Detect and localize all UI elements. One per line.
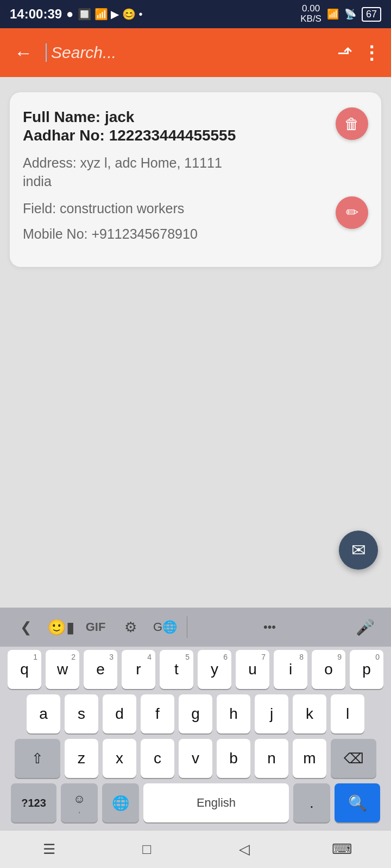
app-bar-actions: ⬏ ⋮ — [337, 42, 381, 63]
card-address: Address: xyz l, adc Home, 11111 india — [23, 154, 368, 191]
key-i[interactable]: 8i — [274, 650, 307, 689]
microphone-button[interactable]: 🎤 — [348, 610, 382, 644]
key-v[interactable]: v — [179, 739, 212, 778]
nav-menu-button[interactable]: ☰ — [33, 836, 65, 863]
key-row-1: 1q 2w 3e 4r 5t 6y 7u 8i 9o 0p — [2, 650, 389, 689]
key-r[interactable]: 4r — [122, 650, 155, 689]
status-right: 0.00KB/S 📶 📡 67 — [300, 4, 381, 24]
key-g[interactable]: g — [179, 694, 212, 733]
space-button[interactable]: English — [143, 783, 289, 822]
card-field-row: Field: construction workers — [23, 201, 368, 216]
key-u[interactable]: 7u — [236, 650, 269, 689]
key-e[interactable]: 3e — [84, 650, 117, 689]
nav-back-button[interactable]: ◁ — [228, 836, 261, 863]
keyboard-toolbar: ❮ 🙂▮ GIF ⚙ G🌐 ••• 🎤 — [0, 608, 391, 647]
status-app-icons: 🔲 📶 ▶ 😊 • — [78, 8, 142, 21]
key-c[interactable]: c — [141, 739, 174, 778]
edit-icon: ✏ — [346, 203, 358, 221]
signal-icon: 📡 — [344, 8, 356, 20]
search-bar[interactable]: Search... — [46, 43, 329, 62]
key-l[interactable]: l — [331, 694, 364, 733]
globe-icon: 🌐 — [112, 795, 129, 812]
key-d[interactable]: d — [103, 694, 136, 733]
search-button[interactable]: 🔍 — [335, 783, 380, 822]
numbers-button[interactable]: ?123 — [11, 783, 56, 822]
gif-button[interactable]: GIF — [78, 610, 113, 644]
key-s[interactable]: s — [65, 694, 98, 733]
nav-bar: ☰ □ ◁ ⌨ — [0, 830, 391, 868]
key-h[interactable]: h — [217, 694, 250, 733]
status-dot-icon: ● — [66, 7, 73, 21]
key-row-4: ?123 ☺ , 🌐 English . 🔍 — [2, 783, 389, 822]
key-n[interactable]: n — [255, 739, 288, 778]
trash-icon: 🗑 — [344, 115, 360, 133]
keyboard-icon: ⌨ — [332, 841, 352, 858]
status-time: 14:00:39 — [10, 7, 62, 22]
more-tools-button[interactable]: ••• — [192, 610, 348, 644]
emoji-button[interactable]: ☺ , — [61, 783, 98, 822]
back-icon: ◁ — [239, 841, 250, 858]
home-icon: □ — [142, 841, 151, 858]
key-o[interactable]: 9o — [312, 650, 345, 689]
period-button[interactable]: . — [293, 783, 330, 822]
contact-card: Full Name: jack Aadhar No: 1222334444555… — [10, 92, 381, 267]
key-b[interactable]: b — [217, 739, 250, 778]
key-m[interactable]: m — [293, 739, 326, 778]
network-speed: 0.00KB/S — [300, 4, 321, 24]
settings-button[interactable]: ⚙ — [113, 610, 148, 644]
toolbar-divider — [187, 616, 187, 638]
space-label: English — [197, 796, 236, 810]
backspace-icon: ⌫ — [344, 750, 364, 767]
key-z[interactable]: z — [65, 739, 98, 778]
key-f[interactable]: f — [141, 694, 174, 733]
card-full-name: Full Name: jack — [23, 107, 368, 127]
hamburger-icon: ☰ — [43, 841, 55, 858]
email-icon: ✉ — [351, 540, 366, 560]
shift-icon: ⇧ — [31, 750, 43, 767]
email-fab-button[interactable]: ✉ — [339, 531, 378, 570]
key-w[interactable]: 2w — [46, 650, 79, 689]
wifi-icon: 📶 — [327, 8, 339, 20]
period-label: . — [310, 794, 314, 812]
search-cursor — [46, 43, 47, 62]
key-row-2: a s d f g h j k l — [2, 694, 389, 733]
app-bar: ← Search... ⬏ ⋮ — [0, 28, 391, 77]
keyboard-keys: 1q 2w 3e 4r 5t 6y 7u 8i 9o 0p a s d f g … — [0, 647, 391, 822]
key-y[interactable]: 6y — [198, 650, 231, 689]
key-x[interactable]: x — [103, 739, 136, 778]
card-aadhar-no: Aadhar No: 122233444455555 — [23, 127, 368, 144]
card-mobile-no: Mobile No: +9112345678910 — [23, 226, 368, 242]
card-field: Field: construction workers — [23, 201, 368, 216]
emoji-sticker-button[interactable]: 🙂▮ — [43, 610, 78, 644]
key-p[interactable]: 0p — [350, 650, 383, 689]
search-placeholder: Search... — [51, 43, 116, 62]
keyboard-back-button[interactable]: ❮ — [9, 610, 43, 644]
status-bar: 14:00:39 ● 🔲 📶 ▶ 😊 • 0.00KB/S 📶 📡 67 — [0, 0, 391, 28]
delete-button[interactable]: 🗑 — [336, 107, 368, 140]
card-name-row: Full Name: jack Aadhar No: 1222334444555… — [23, 107, 368, 144]
status-left: 14:00:39 ● 🔲 📶 ▶ 😊 • — [10, 7, 143, 22]
globe-button[interactable]: 🌐 — [102, 783, 139, 822]
nav-keyboard-button[interactable]: ⌨ — [326, 836, 358, 863]
main-content: Full Name: jack Aadhar No: 1222334444555… — [0, 77, 391, 608]
keyboard: ❮ 🙂▮ GIF ⚙ G🌐 ••• 🎤 1q 2w 3e 4r 5t 6y 7u… — [0, 608, 391, 830]
key-t[interactable]: 5t — [160, 650, 193, 689]
key-k[interactable]: k — [293, 694, 326, 733]
key-j[interactable]: j — [255, 694, 288, 733]
key-q[interactable]: 1q — [8, 650, 41, 689]
search-icon: 🔍 — [348, 794, 367, 812]
backspace-button[interactable]: ⌫ — [331, 739, 376, 778]
more-options-button[interactable]: ⋮ — [362, 42, 381, 63]
edit-button[interactable]: ✏ — [336, 196, 368, 229]
nav-home-button[interactable]: □ — [130, 836, 163, 863]
translate-button[interactable]: G🌐 — [148, 610, 182, 644]
battery-icon: 67 — [362, 7, 381, 22]
shift-button[interactable]: ⇧ — [15, 739, 60, 778]
key-a[interactable]: a — [27, 694, 60, 733]
card-address-row: Address: xyz l, adc Home, 11111 india — [23, 154, 368, 191]
export-button[interactable]: ⬏ — [337, 42, 352, 63]
back-button[interactable]: ← — [10, 40, 37, 66]
emoji-icon: ☺ — [73, 792, 85, 806]
card-mobile-row: Mobile No: +9112345678910 — [23, 226, 368, 242]
key-row-3: ⇧ z x c v b n m ⌫ — [2, 739, 389, 778]
